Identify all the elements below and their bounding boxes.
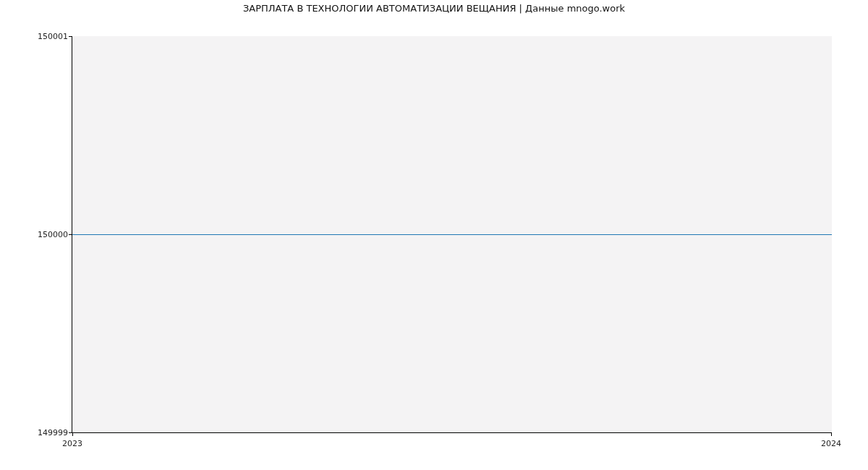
ytick-mark xyxy=(69,36,72,37)
xtick-label: 2024 xyxy=(821,439,841,448)
xtick-mark xyxy=(831,432,832,436)
x-axis-spine xyxy=(72,432,832,433)
ytick-label: 150001 xyxy=(10,32,68,41)
chart-figure: ЗАРПЛАТА В ТЕХНОЛОГИИ АВТОМАТИЗАЦИИ ВЕЩА… xyxy=(0,0,868,470)
xtick-mark xyxy=(72,432,73,436)
ytick-label: 149999 xyxy=(10,428,68,437)
series-line xyxy=(72,234,832,235)
chart-title: ЗАРПЛАТА В ТЕХНОЛОГИИ АВТОМАТИЗАЦИИ ВЕЩА… xyxy=(0,3,868,14)
ytick-label: 150000 xyxy=(10,230,68,239)
xtick-label: 2023 xyxy=(62,439,82,448)
